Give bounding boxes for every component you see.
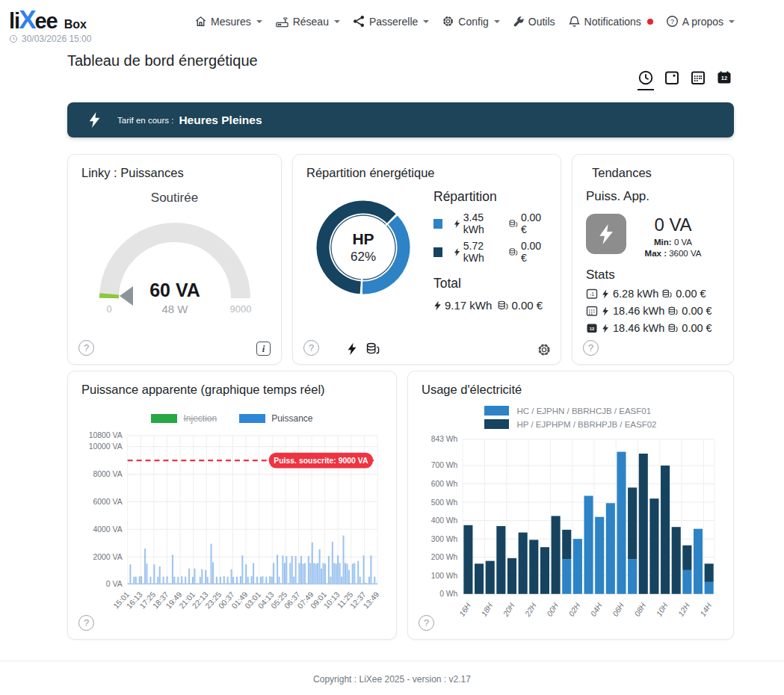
coins-icon	[662, 289, 672, 299]
repartition-donut: HP 62%	[311, 195, 416, 300]
power-max: Max : 3600 VA	[626, 249, 720, 258]
card-repartition: Répartition énergétique HP 62% Répartiti…	[292, 154, 561, 365]
svg-text:?: ?	[670, 18, 674, 25]
bolt-icon	[602, 306, 609, 316]
coins-icon	[668, 306, 678, 316]
bolt-icon	[433, 300, 442, 311]
legend-puissance[interactable]: Puissance	[239, 413, 312, 424]
repartition-row-hc[interactable]: 3.45 kWh 0.00 €	[433, 211, 547, 235]
home-icon	[194, 15, 207, 28]
nav-item-a-propos[interactable]: ? A propos	[666, 15, 735, 28]
coins-toggle-icon[interactable]	[366, 342, 380, 356]
nav-item-config[interactable]: Config	[442, 15, 499, 28]
cards-row-1: Linky : Puissances Soutirée 60 VA 0 48 W…	[67, 154, 734, 365]
svg-text:02H: 02H	[567, 601, 582, 617]
small-clock-icon	[9, 34, 18, 43]
hc-swatch	[433, 219, 442, 229]
help-button[interactable]: ?	[583, 340, 599, 356]
wrench-icon	[513, 16, 525, 28]
chevron-down-icon	[334, 20, 340, 23]
info-button[interactable]: i	[256, 342, 271, 356]
tariff-label: Tarif en cours :	[117, 116, 173, 125]
svg-text:0 Wh: 0 Wh	[439, 590, 457, 598]
stat-cost: 0.00 €	[676, 288, 706, 300]
settings-gear-icon[interactable]	[537, 342, 552, 357]
stat-row-yesterday: -1 6.28 kWh 0.00 €	[586, 288, 720, 300]
realtime-chart-legend: Injection Puissance	[81, 413, 383, 424]
nav-label-notifications: Notifications	[584, 16, 641, 28]
hp-swatch	[484, 419, 509, 429]
svg-text:700 Wh: 700 Wh	[431, 461, 458, 469]
svg-text:100 Wh: 100 Wh	[431, 572, 458, 580]
page-title: Tableau de bord énergétique	[67, 52, 734, 70]
card-repartition-title: Répartition énergétique	[306, 166, 547, 180]
stat-row-year: 12 18.46 kWh 0.00 €	[586, 322, 720, 334]
nav-item-passerelle[interactable]: Passerelle	[353, 15, 429, 28]
repartition-row-hp[interactable]: 5.72 kWh 0.00 €	[433, 240, 547, 264]
bolt-toggle-icon[interactable]	[347, 342, 357, 356]
current-datetime: 30/03/2026 15:00	[9, 34, 91, 44]
svg-text:300 Wh: 300 Wh	[431, 535, 458, 543]
card-linky-puissances: Linky : Puissances Soutirée 60 VA 0 48 W…	[67, 154, 282, 365]
svg-text:500 Wh: 500 Wh	[431, 498, 458, 507]
apparent-power-value: 0 VA	[626, 214, 720, 235]
gauge-needle	[120, 286, 133, 306]
legend-hp[interactable]: HP / EJPHPM / BBRHPJB / EASF02	[484, 419, 656, 429]
question-circle-icon: ?	[666, 15, 679, 28]
calendar-year-icon: 12	[716, 70, 732, 86]
chevron-down-icon	[729, 20, 735, 23]
svg-text:22H: 22H	[523, 601, 538, 618]
nav-label-a-propos: A propos	[682, 16, 723, 28]
injection-label: Injection	[183, 413, 217, 424]
total-row: 9.17 kWh 0.00 €	[433, 299, 547, 312]
svg-text:10H: 10H	[655, 601, 670, 617]
svg-text:12: 12	[721, 75, 727, 81]
range-realtime-button[interactable]	[638, 70, 654, 90]
total-title: Total	[433, 276, 547, 291]
top-bar: liXee Box 30/03/2026 15:00 Mesures Résea…	[0, 0, 784, 46]
coins-icon	[498, 300, 508, 311]
svg-text:6000 VA: 6000 VA	[93, 498, 122, 506]
card-tendances: Tendances Puiss. App. 0 VA Min: 0 VA Max…	[572, 154, 734, 365]
gauge-max: 9000	[230, 303, 252, 315]
clock-icon	[638, 70, 654, 86]
nav-item-notifications[interactable]: Notifications	[568, 15, 653, 28]
power-gauge: 60 VA 0 48 W 9000	[81, 207, 268, 319]
svg-text:2000 VA: 2000 VA	[93, 553, 122, 561]
hp-energy: 5.72 kWh	[463, 240, 503, 264]
help-button[interactable]: ?	[78, 340, 94, 356]
footer: Copyright : LiXee 2025 - version : v2.17	[0, 661, 784, 685]
svg-text:-1: -1	[590, 291, 594, 297]
nav-item-reseau[interactable]: Réseau	[275, 15, 340, 28]
svg-text:04H: 04H	[589, 601, 604, 617]
calendar-month-icon	[690, 70, 706, 86]
calendar-year-icon: 12	[586, 322, 598, 334]
bolt-icon	[602, 289, 609, 299]
help-button[interactable]: ?	[78, 615, 94, 631]
gauge-min: 0	[106, 303, 111, 315]
total-energy: 9.17 kWh	[445, 299, 492, 312]
help-button[interactable]: ?	[303, 340, 319, 356]
nav-label-outils: Outils	[528, 16, 555, 28]
svg-text:600 Wh: 600 Wh	[431, 480, 458, 488]
gauge-label: Soutirée	[81, 191, 268, 206]
range-day-button[interactable]	[664, 70, 680, 90]
chevron-down-icon	[423, 20, 429, 23]
legend-injection[interactable]: Injection	[151, 413, 217, 424]
hp-swatch	[433, 247, 442, 257]
stat-cost: 0.00 €	[682, 322, 712, 334]
nav-item-mesures[interactable]: Mesures	[194, 15, 262, 28]
power-badge	[586, 214, 626, 254]
nav-label-reseau: Réseau	[293, 16, 329, 28]
copyright-text: Copyright : LiXee 2025 - version : v2.17	[313, 674, 471, 685]
lixee-logo[interactable]: liXee Box	[9, 4, 87, 34]
chevron-down-icon	[256, 20, 262, 23]
legend-hc[interactable]: HC / EJPHN / BBRHCJB / EASF01	[484, 406, 656, 416]
range-year-button[interactable]: 12	[716, 70, 732, 90]
svg-text:18H: 18H	[480, 601, 495, 617]
help-button[interactable]: ?	[419, 615, 434, 631]
svg-text:0 VA: 0 VA	[106, 580, 123, 588]
nav-item-outils[interactable]: Outils	[513, 16, 555, 28]
range-month-button[interactable]	[690, 70, 706, 90]
share-nodes-icon	[353, 15, 365, 28]
